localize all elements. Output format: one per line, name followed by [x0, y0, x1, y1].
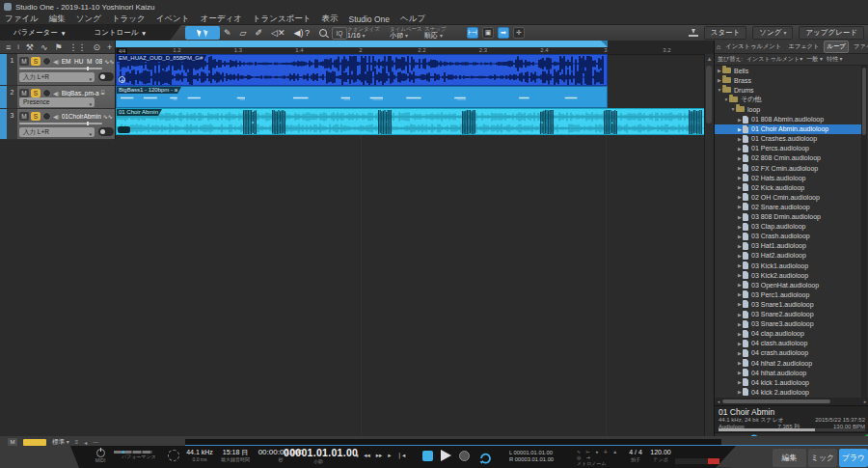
upgrade-button[interactable]: アップグレード [799, 26, 864, 40]
browser-vertical-scrollbar[interactable] [861, 66, 867, 398]
edit-view-button[interactable]: 編集 [773, 449, 806, 467]
scroll-right-icon[interactable]: ▸ [861, 399, 868, 404]
autoscroll-toggle-button[interactable]: ➡ [498, 27, 509, 39]
browser-file-tree[interactable]: ▶Bells▶Brass▼Drums▼その他▼loop▶01 808 Abmin… [715, 66, 861, 398]
menu-item[interactable]: 表示 [322, 14, 339, 25]
input-dropdown[interactable]: 入力 L+R▾ [19, 72, 95, 82]
browser-horizontal-scrollbar[interactable]: ◂ ▸ [715, 398, 868, 405]
browser-file-row[interactable]: ▶03 Perc1.audioloop [715, 289, 861, 299]
solo-button[interactable]: S [31, 57, 41, 66]
rewind-button[interactable]: ◂◂ [364, 452, 370, 459]
browse-view-button[interactable]: ブラウズ [839, 449, 868, 467]
volume-fader[interactable] [19, 68, 102, 69]
forward-button[interactable]: ▸▸ [376, 452, 383, 459]
zoom-tool-icon[interactable] [319, 29, 327, 37]
loop-range-bar[interactable] [116, 41, 608, 47]
speaker-icon[interactable]: ◂ [84, 439, 87, 446]
preview-progress-bar[interactable] [719, 428, 865, 431]
solo-button[interactable]: S [31, 112, 41, 121]
loop-range-display[interactable]: L 00001.01.01.00 R 00003.01.01.00 [509, 450, 554, 463]
browser-file-row[interactable]: ▶04 clap.audioloop [715, 329, 861, 339]
paint-tool-button[interactable]: ✐ [255, 26, 262, 40]
browser-file-row[interactable]: ▶02 Snare.audioloop [715, 202, 861, 211]
marker-flag-icon[interactable]: ⚑ [54, 41, 62, 53]
tool-icon[interactable]: ⚒ [26, 41, 34, 53]
track-header-1[interactable]: 1MS◀)EM_HU_M_08∿∿入力 L+R▾ [0, 54, 116, 86]
browser-file-row[interactable]: ▶03 Kick1.audioloop [715, 261, 861, 270]
browser-file-row[interactable]: ▶03 Crash.audioloop [715, 232, 861, 241]
scrollbar-thumb[interactable] [706, 66, 712, 124]
mix-view-button[interactable]: ミックス [808, 449, 837, 467]
browser-file-row[interactable]: ▶01 Percs.audioloop [715, 144, 861, 153]
audio-event-1[interactable]: EM_HUAZ_OUD_D_85BPM_G# + [116, 54, 608, 86]
menu-item[interactable]: ファイル [5, 14, 39, 25]
browser-tab-active[interactable]: ループ [824, 41, 848, 53]
metronome-cluster[interactable]: ∿ ⊢ ● ✛ ▲ ◎ ⇥ メトロノーム [577, 449, 619, 466]
browser-file-row[interactable]: ▶03 Hat1.audioloop [715, 241, 861, 251]
browser-folder-row[interactable]: ▼その他 [715, 95, 861, 104]
scrollbar-thumb[interactable] [862, 68, 866, 135]
return-to-start-button[interactable]: ❘◂ [397, 452, 406, 459]
record-arm-button[interactable] [42, 57, 51, 66]
menu-item[interactable]: 編集 [49, 14, 66, 25]
browser-file-row[interactable]: ▶04 kick 1.audioloop [715, 377, 861, 387]
crosshair-toggle-button[interactable]: ✛ [513, 27, 525, 39]
download-icon[interactable] [689, 29, 698, 37]
monitor-toggle[interactable] [98, 72, 114, 81]
list-icon[interactable]: ≡ [75, 439, 79, 445]
scroll-left-icon[interactable]: ◂ [715, 399, 722, 404]
browser-file-row[interactable]: ▶03 Hat2.audioloop [715, 251, 861, 261]
browser-file-row[interactable]: ▶02 Hats.audioloop [715, 173, 861, 182]
browser-file-row[interactable]: ▶01 Choir Abmin.audioloop [715, 124, 861, 134]
browser-file-row[interactable]: ▶02 Kick.audioloop [715, 182, 861, 192]
snap-toggle-button[interactable]: ⊦⊣ [467, 27, 478, 39]
sort-dropdown[interactable]: インストゥルメント▾ [746, 55, 802, 64]
mini-slider[interactable]: — [93, 439, 98, 445]
add-track-button[interactable]: + [107, 41, 112, 53]
chevron-down-icon[interactable]: ▾ [62, 29, 66, 38]
mute-button[interactable]: M [19, 57, 29, 66]
input-quantize-button[interactable]: IQ [332, 27, 347, 40]
snap-group[interactable]: スナップ 順応 ▾ [424, 26, 447, 40]
input-dropdown[interactable]: Presence▾ [19, 97, 95, 107]
track-name[interactable]: BigBas..pm-a [62, 90, 99, 96]
menu-item[interactable]: トラック [112, 14, 146, 25]
track-name[interactable]: 01ChoirAbmin [62, 113, 101, 120]
browser-file-row[interactable]: ▶04 kick 2.audioloop [715, 387, 861, 397]
timesig-display[interactable]: 4 / 4 拍子 [625, 449, 646, 462]
audio-event-3[interactable]: 01 Choir Abmin [116, 108, 705, 135]
browser-file-row[interactable]: ▶03 808 Dmin.audioloop [715, 212, 861, 222]
browser-folder-row[interactable]: ▼Drums [715, 85, 861, 95]
solo-button[interactable]: S [31, 89, 41, 97]
quantize-value[interactable]: 1/16 ▾ [347, 32, 380, 40]
position-display[interactable]: 00001.01.01.00 小節 [284, 448, 353, 464]
scrollbar-thumb[interactable] [722, 399, 830, 403]
mute-tool-button[interactable]: ◁✕ [271, 26, 285, 40]
browser-folder-row[interactable]: ▶Bells [715, 66, 861, 75]
list-icon[interactable]: ⋮⋮ [69, 41, 87, 53]
browser-file-row[interactable]: ▶04 hihat 2.audioloop [715, 358, 861, 368]
automation-icon[interactable]: ∿ [41, 41, 48, 53]
arrangement-view[interactable]: 4/4 1.21.31.422.22.32.433.2 EM_HUAZ_OUD_… [116, 41, 714, 446]
pencil-tool-button[interactable]: ✎ [224, 26, 231, 40]
play-button[interactable] [441, 450, 451, 461]
volume-fader[interactable] [19, 123, 102, 124]
start-page-button[interactable]: スタート [704, 26, 747, 40]
input-dropdown[interactable]: 入力 L+R▾ [19, 127, 95, 137]
song-page-button[interactable]: ソング ▾ [752, 26, 793, 40]
next-bar-button[interactable]: ▸ [388, 452, 391, 459]
prev-bar-button[interactable]: ◂ [355, 452, 358, 459]
track-name[interactable]: EM_HU_M_08 [62, 58, 103, 65]
menu-item[interactable]: トランスポート [253, 14, 312, 25]
arrangement-vertical-scrollbar[interactable]: ▲ [704, 54, 714, 436]
gain-handle-icon[interactable]: + [119, 76, 125, 83]
monitor-toggle[interactable] [98, 127, 114, 136]
tempo-display[interactable]: 120.00 テンポ [648, 449, 673, 462]
timeline-ruler[interactable]: 4/4 1.21.31.422.22.32.433.2 [116, 41, 714, 55]
loop-button[interactable] [476, 451, 494, 468]
timebase-value[interactable]: 小節 ▾ [390, 32, 422, 40]
monitor-speaker-icon[interactable]: ◀) [53, 90, 60, 96]
mute-button[interactable]: M [19, 112, 29, 121]
browser-file-row[interactable]: ▶02 808 Cmin.audioloop [715, 153, 861, 163]
timebase-group[interactable]: タイムベース 小節 ▾ [390, 26, 422, 40]
